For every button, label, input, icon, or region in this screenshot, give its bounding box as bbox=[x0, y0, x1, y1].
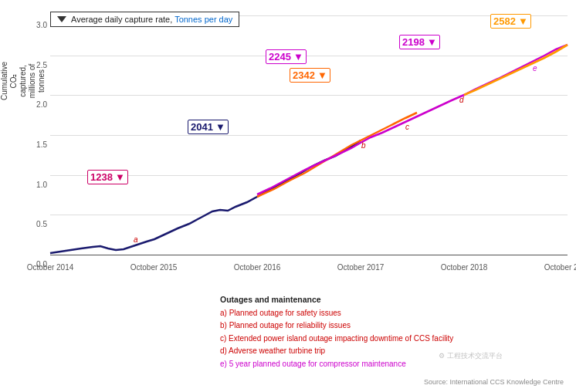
legend-blue-text: Tonnes per day bbox=[174, 15, 232, 24]
annotation-2582-triangle: ▼ bbox=[518, 15, 528, 27]
x-axis-line: 0.0 bbox=[50, 255, 568, 255]
legend-box: Average daily capture rate, Tonnes per d… bbox=[50, 12, 239, 27]
legend-triangle-icon bbox=[57, 16, 66, 22]
outage-c-label: c bbox=[405, 123, 409, 131]
annotation-1238-value: 1238 bbox=[90, 171, 113, 183]
x-label-2018: October 2018 bbox=[441, 263, 488, 272]
chart-container: Cumulative CO₂ captured, millions of ton… bbox=[0, 0, 576, 392]
outage-a-label: a bbox=[134, 235, 138, 244]
annotation-2342-triangle: ▼ bbox=[317, 69, 327, 81]
outage-e: e) 5 year planned outage for compressor … bbox=[220, 358, 453, 371]
outage-c: c) Extended power island outage impactin… bbox=[220, 333, 453, 346]
legend-text: Average daily capture rate, Tonnes per d… bbox=[71, 15, 232, 24]
source-text: Source: International CCS Knowledge Cent… bbox=[424, 378, 564, 386]
y-tick-25: 2.5 bbox=[36, 61, 47, 69]
annotation-2582: 2582 ▼ bbox=[490, 14, 531, 29]
annotation-2198: 2198 ▼ bbox=[399, 35, 440, 49]
x-label-2014: October 2014 bbox=[27, 263, 74, 272]
outage-d: d) Adverse weather turbine trip bbox=[220, 345, 453, 358]
outages-title: Outages and maintenance bbox=[220, 293, 453, 306]
annotation-2342-value: 2342 bbox=[293, 69, 315, 81]
y-tick-3: 3.0 bbox=[36, 21, 47, 29]
navy-line bbox=[50, 140, 361, 253]
annotation-2582-value: 2582 bbox=[493, 15, 516, 27]
outages-legend: Outages and maintenance a) Planned outag… bbox=[220, 293, 453, 370]
y-tick-15: 1.5 bbox=[36, 140, 47, 149]
annotation-2198-triangle: ▼ bbox=[427, 36, 437, 48]
y-tick-20: 2.0 bbox=[36, 100, 47, 109]
outage-e-label: e bbox=[533, 64, 537, 73]
annotation-2041-triangle: ▼ bbox=[215, 121, 225, 133]
annotation-1238-triangle: ▼ bbox=[115, 171, 125, 183]
outage-b-label: b bbox=[361, 141, 366, 150]
annotation-2041-value: 2041 bbox=[191, 121, 213, 133]
annotation-2245-triangle: ▼ bbox=[293, 51, 303, 63]
annotation-1238: 1238 ▼ bbox=[87, 170, 128, 184]
annotation-2245-value: 2245 bbox=[269, 51, 291, 63]
y-tick-05: 0.5 bbox=[36, 220, 47, 228]
x-label-2015: October 2015 bbox=[130, 263, 178, 272]
annotation-2198-value: 2198 bbox=[402, 36, 425, 48]
x-label-2016: October 2016 bbox=[234, 263, 281, 272]
y-tick-10: 1.0 bbox=[36, 181, 47, 189]
outage-b: b) Planned outage for reliability issues bbox=[220, 319, 453, 333]
annotation-2041: 2041 ▼ bbox=[188, 120, 229, 134]
x-label-2019: October 2019 bbox=[544, 263, 576, 272]
annotation-2245: 2245 ▼ bbox=[266, 49, 307, 64]
chart-area: 3.0 2.5 2.0 1.5 1.0 0.5 0.0 October 2014… bbox=[50, 15, 568, 255]
x-label-2017: October 2017 bbox=[337, 263, 385, 272]
watermark: ⚙ 工程技术交流平台 bbox=[439, 351, 503, 361]
outage-a: a) Planned outage for safety issues bbox=[220, 307, 453, 320]
chart-svg: a b c d e bbox=[50, 15, 568, 255]
annotation-2342: 2342 ▼ bbox=[290, 68, 330, 83]
outage-d-label: d bbox=[459, 96, 464, 104]
